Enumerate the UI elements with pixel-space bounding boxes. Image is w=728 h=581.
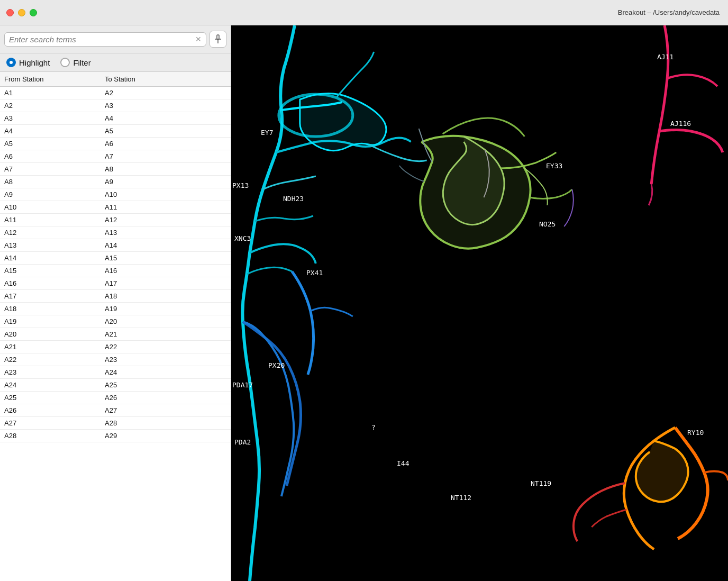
cell-to: A10 — [101, 188, 231, 201]
table-row[interactable]: A16 A17 — [0, 277, 231, 290]
table-row[interactable]: A20 A21 — [0, 328, 231, 341]
table-row[interactable]: A10 A11 — [0, 201, 231, 214]
cave-passage-magenta — [649, 25, 723, 205]
cell-from: A26 — [0, 404, 101, 416]
table-row[interactable]: A18 A19 — [0, 303, 231, 315]
cell-to: A11 — [101, 201, 231, 213]
cell-from: A22 — [0, 353, 101, 366]
table-row[interactable]: A27 A28 — [0, 417, 231, 430]
table-row[interactable]: A22 A23 — [0, 353, 231, 366]
cell-to: A15 — [101, 252, 231, 264]
col-header-from: From Station — [0, 74, 101, 84]
cell-from: A17 — [0, 290, 101, 302]
cell-from: A11 — [0, 214, 101, 226]
table-row[interactable]: A13 A14 — [0, 239, 231, 252]
cell-from: A18 — [0, 303, 101, 315]
table-row[interactable]: A7 A8 — [0, 163, 231, 176]
radio-row: Highlight Filter — [0, 53, 231, 72]
cell-to: A12 — [101, 214, 231, 226]
cell-to: A13 — [101, 226, 231, 239]
table-header: From Station To Station — [0, 72, 231, 87]
table-row[interactable]: A24 A25 — [0, 379, 231, 392]
left-panel: ✕ Highlight Filter From Stat — [0, 25, 231, 581]
cell-from: A2 — [0, 99, 101, 112]
cell-to: A28 — [101, 417, 231, 429]
cell-to: A5 — [101, 125, 231, 137]
cell-from: A27 — [0, 417, 101, 429]
table-row[interactable]: A2 A3 — [0, 99, 231, 112]
cell-to: A16 — [101, 265, 231, 277]
table-row[interactable]: A9 A10 — [0, 188, 231, 201]
col-header-to: To Station — [101, 74, 231, 84]
main-layout: ✕ Highlight Filter From Stat — [0, 25, 728, 581]
cell-from: A7 — [0, 163, 101, 175]
cell-from: A19 — [0, 315, 101, 328]
search-bar: ✕ — [0, 25, 231, 53]
search-clear-button[interactable]: ✕ — [195, 35, 202, 43]
cell-to: A19 — [101, 303, 231, 315]
table-row[interactable]: A15 A16 — [0, 265, 231, 277]
cell-to: A9 — [101, 176, 231, 188]
filter-radio-circle — [60, 58, 70, 67]
cell-to: A22 — [101, 341, 231, 353]
pin-icon — [213, 34, 223, 44]
table-row[interactable]: A28 A29 — [0, 430, 231, 442]
cave-passage-green — [399, 118, 572, 249]
table-row[interactable]: A25 A26 — [0, 392, 231, 404]
table-row[interactable]: A14 A15 — [0, 252, 231, 265]
table-row[interactable]: A6 A7 — [0, 150, 231, 163]
search-input[interactable] — [9, 35, 193, 44]
cell-to: A26 — [101, 392, 231, 404]
table-row[interactable]: A19 A20 — [0, 315, 231, 328]
cell-from: A8 — [0, 176, 101, 188]
table-row[interactable]: A5 A6 — [0, 138, 231, 150]
table-row[interactable]: A3 A4 — [0, 112, 231, 125]
cell-to: A25 — [101, 379, 231, 391]
cell-from: A16 — [0, 277, 101, 289]
cell-to: A18 — [101, 290, 231, 302]
table-row[interactable]: A11 A12 — [0, 214, 231, 226]
svg-rect-0 — [217, 35, 219, 39]
search-input-wrapper: ✕ — [4, 32, 206, 47]
cell-to: A3 — [101, 99, 231, 112]
cell-to: A8 — [101, 163, 231, 175]
titlebar: Breakout – /Users/andy/cavedata — [0, 0, 728, 25]
filter-radio[interactable]: Filter — [60, 58, 90, 67]
cell-from: A21 — [0, 341, 101, 353]
window-title: Breakout – /Users/andy/cavedata — [618, 8, 720, 16]
cell-to: A6 — [101, 138, 231, 150]
table-row[interactable]: A1 A2 — [0, 87, 231, 99]
cell-from: A5 — [0, 138, 101, 150]
highlight-radio[interactable]: Highlight — [6, 58, 50, 67]
table-row[interactable]: A4 A5 — [0, 125, 231, 138]
table-row[interactable]: A12 A13 — [0, 226, 231, 239]
table-body[interactable]: A1 A2A2 A3A3 A4A4 A5A5 A6A6 A7A7 A8A8 — [0, 87, 231, 581]
cell-from: A9 — [0, 188, 101, 201]
cell-to: A24 — [101, 366, 231, 378]
cell-from: A4 — [0, 125, 101, 137]
cave-map[interactable]: EY7 EY33 NDH23 NO25 XNC3 PX41 PX20 PDA17… — [231, 25, 728, 581]
cell-to: A17 — [101, 277, 231, 289]
table-row[interactable]: A8 A9 — [0, 176, 231, 188]
minimize-button[interactable] — [18, 9, 25, 16]
cave-svg — [231, 25, 728, 581]
cell-from: A13 — [0, 239, 101, 251]
table-row[interactable]: A26 A27 — [0, 404, 231, 417]
table-row[interactable]: A21 A22 — [0, 341, 231, 353]
pin-button[interactable] — [210, 31, 226, 48]
table-row[interactable]: A23 A24 — [0, 366, 231, 379]
table-row[interactable]: A17 A18 — [0, 290, 231, 303]
cell-to: A21 — [101, 328, 231, 340]
cell-from: A12 — [0, 226, 101, 239]
close-button[interactable] — [6, 9, 14, 16]
window-controls — [6, 9, 37, 16]
cell-to: A29 — [101, 430, 231, 442]
cell-from: A1 — [0, 87, 101, 99]
maximize-button[interactable] — [30, 9, 37, 16]
cell-to: A7 — [101, 150, 231, 162]
highlight-radio-circle — [6, 58, 16, 67]
cell-to: A23 — [101, 353, 231, 366]
highlight-radio-label: Highlight — [19, 58, 50, 67]
cell-from: A28 — [0, 430, 101, 442]
cell-from: A6 — [0, 150, 101, 162]
